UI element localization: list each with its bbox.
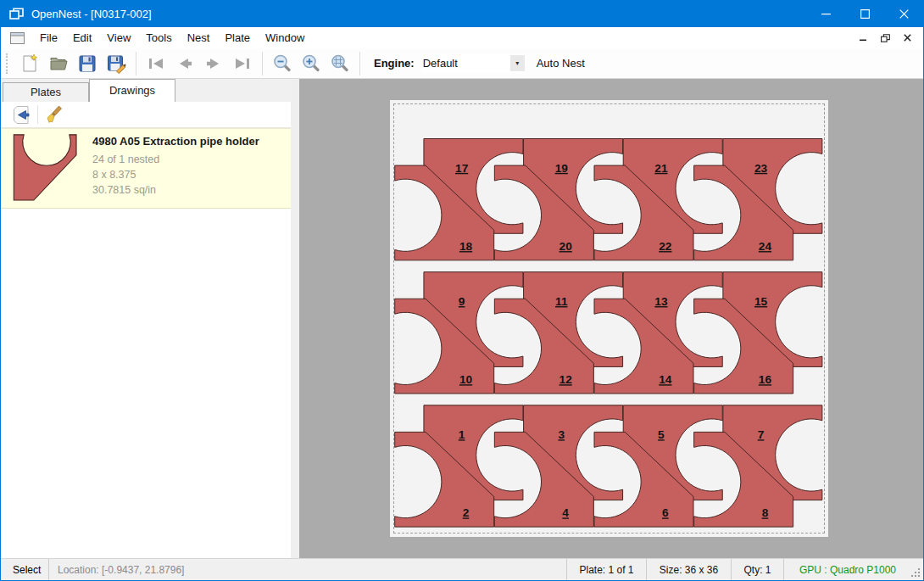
menu-bar: FileEditViewToolsNestPlateWindow [1,27,923,48]
previous-plate-button[interactable] [170,51,199,76]
nest-pair: 2324 [694,139,822,260]
first-plate-button[interactable] [142,51,170,76]
part-number-label: 24 [759,240,772,253]
part-number-label: 8 [762,506,769,519]
part-number-label: 10 [459,373,473,386]
part-number-label: 9 [459,295,465,308]
menu-plate[interactable]: Plate [217,29,258,47]
nest-pair: 910 [395,272,523,394]
nested-parts-layout: 171819202122232491011121314151612345678 [394,104,821,533]
left-panel: PlatesDrawings 4980 A05 Extraction pipe … [1,79,299,558]
toolbar-separator [136,52,136,75]
menu-view[interactable]: View [99,29,138,47]
resize-grip[interactable] [911,559,923,580]
save-as-button[interactable] [102,51,131,76]
part-number-label: 17 [455,162,469,175]
status-location: Location: [-0.9437, 21.8796] [49,559,567,580]
close-button[interactable] [884,1,923,27]
toolbar-separator [262,52,263,75]
new-button[interactable] [15,51,44,76]
part-number-label: 23 [754,162,768,175]
part-thumbnail [11,133,82,203]
clean-button[interactable] [42,103,68,126]
menu-nest[interactable]: Nest [180,29,218,47]
menu-window[interactable]: Window [258,29,312,47]
status-plate: Plate: 1 of 1 [567,559,647,580]
part-number-label: 3 [558,428,565,441]
app-icon [9,8,25,21]
mdi-close-button[interactable] [896,29,918,47]
last-plate-button[interactable] [228,51,257,76]
part-number-label: 6 [662,506,669,519]
nest-pair: 1314 [594,272,722,394]
part-number-label: 19 [555,162,569,175]
engine-dropdown[interactable]: Default ▾ [421,54,525,73]
nest-pair: 1920 [494,139,622,260]
minimize-button[interactable] [806,1,845,27]
drawing-nested-count: 24 of 1 nested [92,152,259,167]
next-plate-button[interactable] [199,51,228,76]
panel-toolbar-separator [37,105,38,124]
status-bar: Select Location: [-0.9437, 21.8796] Plat… [1,558,923,580]
part-number-label: 14 [659,373,672,386]
zoom-out-button[interactable] [268,51,297,76]
drawing-dimensions: 8 x 8.375 [92,167,259,182]
toolbar-grip[interactable] [6,53,10,74]
nest-pair: 1112 [494,272,622,394]
maximize-button[interactable] [845,1,884,27]
mdi-restore-button[interactable] [874,29,896,47]
status-qty: Qty: 1 [732,559,784,580]
engine-value: Default [421,57,510,70]
nest-pair: 2122 [594,139,722,260]
zoom-extents-button[interactable] [326,51,354,76]
status-size: Size: 36 x 36 [647,559,732,580]
drawing-list-empty-space [1,209,291,558]
part-number-label: 1 [459,428,465,441]
part-number-label: 22 [659,240,672,253]
nest-pair: 56 [594,405,722,527]
drawing-list-item[interactable]: 4980 A05 Extraction pipe holder 24 of 1 … [1,128,291,209]
app-window: OpenNest - [N0317-002] FileEditViewTools… [0,0,924,581]
menu-tools[interactable]: Tools [138,29,179,47]
save-button[interactable] [73,51,102,76]
main-area: PlatesDrawings 4980 A05 Extraction pipe … [1,79,923,558]
panel-tabs: PlatesDrawings [1,79,291,102]
part-number-label: 12 [559,373,573,386]
part-number-label: 21 [654,162,668,175]
tab-drawings[interactable]: Drawings [89,79,175,102]
import-drawing-button[interactable] [8,103,33,126]
part-number-label: 20 [559,240,573,253]
part-number-label: 4 [562,506,569,519]
tab-plates[interactable]: Plates [3,82,89,102]
nest-pair: 34 [494,405,622,527]
nest-pair: 1718 [395,139,523,260]
toolbar: Engine: Default ▾ Auto Nest [1,48,923,79]
mdi-child-icon[interactable] [10,32,25,44]
menu-file[interactable]: File [32,29,65,47]
window-title: OpenNest - [N0317-002] [31,8,806,20]
mdi-minimize-button[interactable] [852,29,874,47]
status-mode: Select [1,559,49,580]
nest-pair: 12 [395,405,523,527]
nest-pair: 78 [694,405,822,527]
part-number-label: 7 [758,428,765,441]
status-gpu: GPU : Quadro P1000 [784,559,911,580]
title-bar: OpenNest - [N0317-002] [1,1,923,27]
part-number-label: 2 [463,506,470,519]
drawing-area: 30.7815 sq/in [92,182,259,198]
part-number-label: 5 [658,428,665,441]
auto-nest-button[interactable]: Auto Nest [530,53,592,73]
nest-canvas[interactable]: 171819202122232491011121314151612345678 [299,79,923,558]
part-number-label: 15 [754,295,768,308]
menu-edit[interactable]: Edit [65,29,99,47]
drawing-title: 4980 A05 Extraction pipe holder [92,135,259,148]
menu-items: FileEditViewToolsNestPlateWindow [32,31,312,44]
part-number-label: 18 [459,240,473,253]
zoom-in-button[interactable] [297,51,326,76]
toolbar-separator [359,52,360,75]
part-number-label: 11 [555,295,568,308]
engine-label: Engine: [374,57,415,70]
open-button[interactable] [44,51,73,76]
chevron-down-icon[interactable]: ▾ [510,55,525,71]
drawing-meta: 4980 A05 Extraction pipe holder 24 of 1 … [92,133,259,203]
